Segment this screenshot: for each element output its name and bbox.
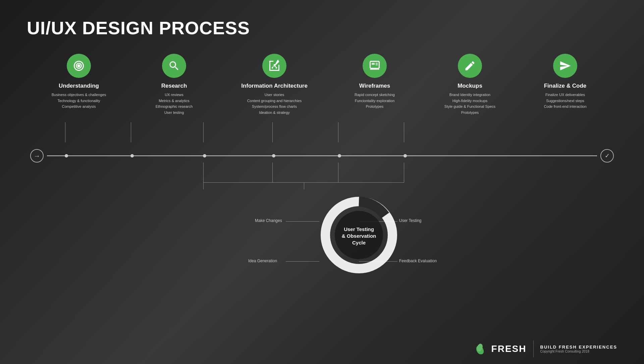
svg-line-4	[272, 65, 274, 68]
step-wireframes-items: Rapid concept sketching Funciontality ex…	[355, 92, 395, 110]
idea-generation-label: Idea Generation	[248, 259, 277, 263]
timeline-dot-3	[203, 154, 206, 157]
timeline-end-check: ✓	[600, 149, 614, 163]
brand-divider	[533, 340, 534, 357]
step-research-items: UX reviews Metrics & analytics Ethnograp…	[156, 92, 193, 116]
brand-info: BUILD FRESH EXPERIENCES Copyright Fresh …	[540, 345, 617, 353]
timeline-dot-4	[272, 154, 275, 157]
step-info-arch-items: User stories Content grouping and hierar…	[247, 92, 302, 116]
timeline-line-container: → ✓	[27, 149, 617, 163]
step-mockups-items: Brand Identity integration High-fidelity…	[444, 92, 495, 116]
make-changes-label: Make Changes	[255, 218, 282, 223]
steps-row: Understanding Business objectives & chal…	[27, 54, 617, 116]
brand-tagline: BUILD FRESH EXPERIENCES	[540, 345, 617, 350]
feedback-eval-label: Feedback Evaluation	[399, 259, 437, 263]
step-info-arch: Information Architecture User stories Co…	[237, 54, 311, 116]
brand-logo-icon	[474, 344, 485, 354]
timeline-start-arrow: →	[30, 149, 44, 163]
page-title: UI/UX DESIGN PROCESS	[27, 17, 250, 38]
user-testing-label: User Testing	[399, 218, 421, 223]
brand-copyright: Copyright Fresh Consulting 2018	[540, 350, 617, 353]
svg-text:User Testing: User Testing	[344, 226, 374, 232]
svg-text:& Observation: & Observation	[342, 233, 376, 239]
timeline-dot-1	[65, 154, 68, 157]
svg-rect-7	[372, 63, 375, 65]
step-understanding: Understanding Business objectives & chal…	[47, 54, 111, 110]
step-research-title: Research	[161, 83, 187, 89]
brand-name: FRESH	[491, 344, 527, 354]
step-wireframes: Wireframes Rapid concept sketching Funci…	[343, 54, 407, 110]
timeline-line	[47, 155, 597, 156]
step-mockups: Mockups Brand Identity integration High-…	[438, 54, 502, 116]
timeline-section: Understanding Business objectives & chal…	[27, 54, 617, 189]
donut-chart: User Testing & Observation Cycle	[319, 195, 399, 277]
wireframes-icon	[363, 54, 387, 78]
step-understanding-title: Understanding	[59, 83, 99, 89]
understanding-icon	[67, 54, 91, 78]
step-finalize-title: Finalize & Code	[544, 83, 587, 89]
info-arch-icon	[262, 54, 286, 78]
step-finalize-items: Finalize UX deliverables Suggestions/nex…	[544, 92, 586, 110]
mockups-icon	[458, 54, 482, 78]
step-research: Research UX reviews Metrics & analytics …	[142, 54, 206, 116]
step-info-arch-title: Information Architecture	[241, 83, 308, 89]
timeline-dot-5	[338, 154, 341, 157]
timeline-dot-6	[404, 154, 407, 157]
svg-point-0	[77, 64, 80, 67]
svg-text:Cycle: Cycle	[352, 240, 366, 245]
footer: FRESH BUILD FRESH EXPERIENCES Copyright …	[474, 340, 617, 357]
research-icon	[162, 54, 186, 78]
step-mockups-title: Mockups	[458, 83, 482, 89]
finalize-icon	[553, 54, 577, 78]
step-wireframes-title: Wireframes	[359, 83, 390, 89]
timeline-dot-2	[130, 154, 134, 157]
step-finalize: Finalize & Code Finalize UX deliverables…	[533, 54, 597, 110]
step-understanding-items: Business objectives & challenges Technol…	[52, 92, 106, 110]
